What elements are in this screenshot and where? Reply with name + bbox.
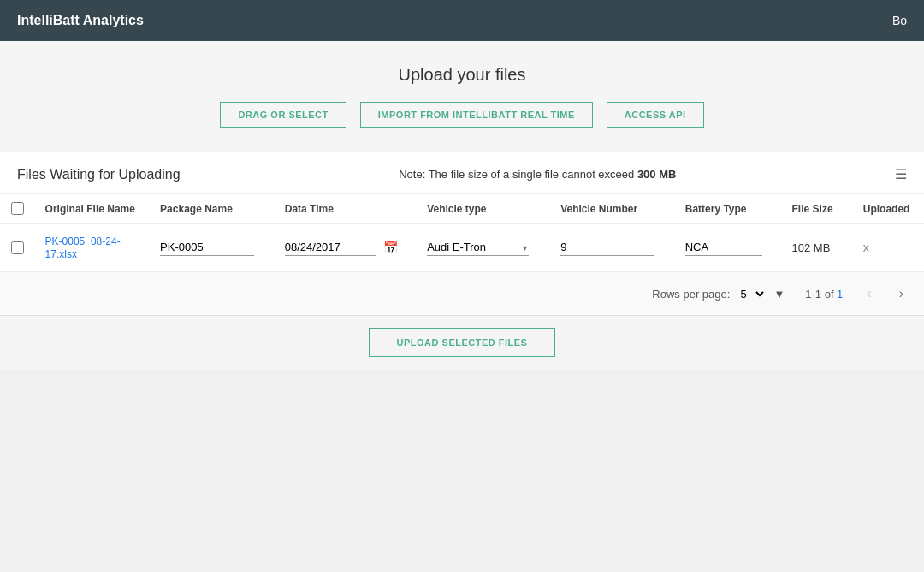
files-note: Note: The file size of a single file can… (399, 168, 676, 181)
select-all-checkbox[interactable] (11, 202, 24, 215)
row-data-time: 📅 (275, 224, 417, 271)
remove-row-button[interactable]: x (863, 241, 869, 254)
col-header-checkbox (0, 194, 35, 224)
package-name-input[interactable] (160, 239, 253, 256)
upload-selected-button[interactable]: UPLOAD SELECTED FILES (369, 328, 556, 357)
row-checkbox[interactable] (11, 241, 24, 254)
files-table: Original File Name Package Name Data Tim… (0, 194, 924, 271)
dropdown-arrow-icon: ▼ (773, 288, 785, 301)
files-section-title: Files Waiting for Uploading (17, 167, 181, 182)
filter-icon[interactable]: ☰ (895, 166, 907, 182)
vehicle-type-select[interactable]: Audi E-Tron (427, 239, 529, 256)
files-header: Files Waiting for Uploading Note: The fi… (0, 152, 924, 194)
rows-per-page-group: Rows per page: 5 10 25 ▼ (652, 287, 785, 301)
row-package-name (150, 224, 275, 271)
table-header-row: Original File Name Package Name Data Tim… (0, 194, 924, 224)
files-note-text: Note: The file size of a single file can… (399, 168, 637, 181)
app-title: IntelliBatt Analytics (17, 13, 144, 28)
vehicle-number-input[interactable] (560, 239, 654, 256)
data-time-input[interactable] (285, 239, 376, 256)
files-note-limit: 300 MB (637, 168, 677, 181)
col-header-vehicle-number: Vehicle Number (550, 194, 675, 224)
row-vehicle-type: Audi E-Tron (417, 224, 550, 271)
col-header-uploaded: Uploaded (853, 194, 924, 224)
pagination-bar: Rows per page: 5 10 25 ▼ 1-1 of 1 ‹ › (0, 271, 924, 315)
row-battery-type (675, 224, 782, 271)
import-realtime-button[interactable]: IMPORT FROM INTELLIBATT REAL TIME (360, 102, 593, 128)
col-header-file-size: File Size (782, 194, 853, 224)
prev-page-button[interactable]: ‹ (863, 283, 874, 305)
drag-select-button[interactable]: DRAG OR SELECT (220, 102, 346, 128)
access-api-button[interactable]: ACCESS API (607, 102, 704, 128)
rows-per-page-label: Rows per page: (652, 288, 730, 301)
upload-buttons-group: DRAG OR SELECT IMPORT FROM INTELLIBATT R… (17, 102, 907, 128)
row-original-filename: PK-0005_08-24-17.xlsx (35, 224, 151, 271)
col-header-original-file-name: Original File Name (35, 194, 151, 224)
row-checkbox-cell (0, 224, 35, 271)
app-header: IntelliBatt Analytics Bo (0, 0, 924, 41)
col-header-data-time: Data Time (275, 194, 417, 224)
calendar-icon[interactable]: 📅 (383, 241, 398, 254)
col-header-vehicle-type: Vehicle type (417, 194, 550, 224)
main-content: Files Waiting for Uploading Note: The fi… (0, 152, 924, 315)
bottom-bar: UPLOAD SELECTED FILES (0, 315, 924, 369)
upload-heading: Upload your files (17, 65, 907, 85)
row-uploaded: x (853, 224, 924, 271)
row-file-size: 102 MB (782, 224, 853, 271)
col-header-battery-type: Battery Type (675, 194, 782, 224)
user-avatar[interactable]: Bo (892, 14, 907, 27)
col-header-package-name: Package Name (150, 194, 275, 224)
next-page-button[interactable]: › (896, 283, 907, 305)
row-vehicle-number (550, 224, 675, 271)
upload-section: Upload your files DRAG OR SELECT IMPORT … (0, 41, 924, 152)
rows-per-page-select[interactable]: 5 10 25 (737, 287, 767, 301)
filename-link[interactable]: PK-0005_08-24-17.xlsx (45, 235, 121, 260)
table-row: PK-0005_08-24-17.xlsx 📅 Audi E-Tron (0, 224, 924, 271)
page-info: 1-1 of 1 (805, 288, 843, 301)
battery-type-input[interactable] (685, 239, 763, 256)
